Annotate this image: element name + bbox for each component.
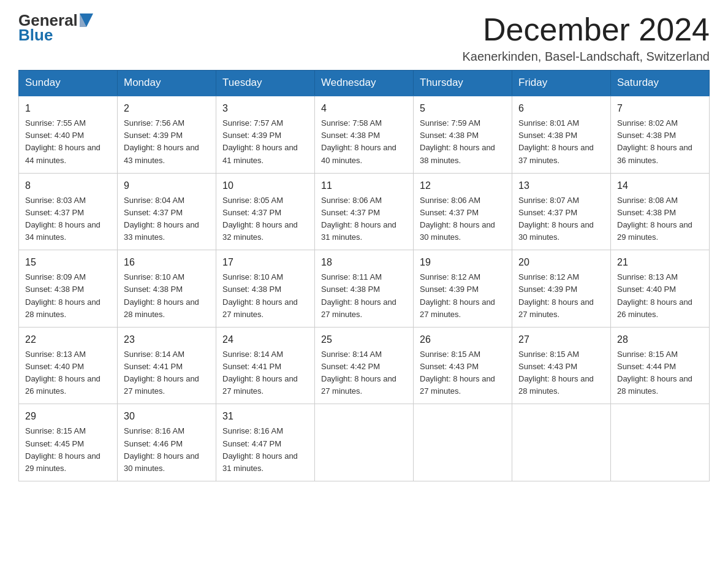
calendar-cell: 29Sunrise: 8:15 AMSunset: 4:45 PMDayligh… bbox=[19, 404, 118, 481]
calendar-table: SundayMondayTuesdayWednesdayThursdayFrid… bbox=[18, 70, 710, 481]
day-number: 22 bbox=[25, 332, 111, 347]
calendar-cell: 15Sunrise: 8:09 AMSunset: 4:38 PMDayligh… bbox=[19, 250, 118, 327]
column-header-tuesday: Tuesday bbox=[216, 71, 315, 96]
day-info: Sunrise: 8:13 AMSunset: 4:40 PMDaylight:… bbox=[617, 271, 703, 321]
day-info: Sunrise: 7:57 AMSunset: 4:39 PMDaylight:… bbox=[222, 117, 308, 167]
day-number: 30 bbox=[124, 409, 210, 424]
calendar-cell: 9Sunrise: 8:04 AMSunset: 4:37 PMDaylight… bbox=[118, 173, 216, 250]
calendar-cell: 6Sunrise: 8:01 AMSunset: 4:38 PMDaylight… bbox=[512, 96, 611, 173]
day-number: 11 bbox=[321, 178, 407, 193]
day-info: Sunrise: 8:15 AMSunset: 4:44 PMDaylight:… bbox=[617, 348, 703, 398]
calendar-cell: 24Sunrise: 8:14 AMSunset: 4:41 PMDayligh… bbox=[216, 327, 315, 404]
day-number: 2 bbox=[124, 101, 210, 116]
title-section: December 2024 Kaenerkinden, Basel-Landsc… bbox=[462, 12, 710, 64]
day-number: 9 bbox=[124, 178, 210, 193]
column-header-saturday: Saturday bbox=[611, 71, 710, 96]
day-info: Sunrise: 8:12 AMSunset: 4:39 PMDaylight:… bbox=[420, 271, 506, 321]
calendar-week-row: 22Sunrise: 8:13 AMSunset: 4:40 PMDayligh… bbox=[19, 327, 710, 404]
day-info: Sunrise: 8:04 AMSunset: 4:37 PMDaylight:… bbox=[124, 194, 210, 244]
calendar-cell: 3Sunrise: 7:57 AMSunset: 4:39 PMDaylight… bbox=[216, 96, 315, 173]
calendar-cell bbox=[512, 404, 611, 481]
calendar-cell: 23Sunrise: 8:14 AMSunset: 4:41 PMDayligh… bbox=[118, 327, 216, 404]
calendar-cell: 16Sunrise: 8:10 AMSunset: 4:38 PMDayligh… bbox=[118, 250, 216, 327]
column-header-sunday: Sunday bbox=[19, 71, 118, 96]
day-info: Sunrise: 8:15 AMSunset: 4:45 PMDaylight:… bbox=[25, 425, 111, 475]
month-title: December 2024 bbox=[462, 12, 710, 47]
calendar-week-row: 1Sunrise: 7:55 AMSunset: 4:40 PMDaylight… bbox=[19, 96, 710, 173]
calendar-cell: 21Sunrise: 8:13 AMSunset: 4:40 PMDayligh… bbox=[611, 250, 710, 327]
day-number: 16 bbox=[124, 255, 210, 270]
day-number: 8 bbox=[25, 178, 111, 193]
column-header-thursday: Thursday bbox=[414, 71, 512, 96]
calendar-cell: 10Sunrise: 8:05 AMSunset: 4:37 PMDayligh… bbox=[216, 173, 315, 250]
page-header: General Blue December 2024 Kaenerkinden,… bbox=[18, 12, 710, 64]
calendar-cell: 7Sunrise: 8:02 AMSunset: 4:38 PMDaylight… bbox=[611, 96, 710, 173]
location-subtitle: Kaenerkinden, Basel-Landschaft, Switzerl… bbox=[462, 50, 710, 64]
day-info: Sunrise: 8:15 AMSunset: 4:43 PMDaylight:… bbox=[518, 348, 604, 398]
day-number: 31 bbox=[222, 409, 308, 424]
day-info: Sunrise: 8:16 AMSunset: 4:47 PMDaylight:… bbox=[222, 425, 308, 475]
calendar-cell: 8Sunrise: 8:03 AMSunset: 4:37 PMDaylight… bbox=[19, 173, 118, 250]
day-info: Sunrise: 8:14 AMSunset: 4:42 PMDaylight:… bbox=[321, 348, 407, 398]
day-number: 18 bbox=[321, 255, 407, 270]
day-number: 15 bbox=[25, 255, 111, 270]
day-number: 12 bbox=[420, 178, 506, 193]
calendar-cell: 11Sunrise: 8:06 AMSunset: 4:37 PMDayligh… bbox=[315, 173, 414, 250]
day-info: Sunrise: 8:06 AMSunset: 4:37 PMDaylight:… bbox=[321, 194, 407, 244]
day-number: 17 bbox=[222, 255, 308, 270]
calendar-cell: 25Sunrise: 8:14 AMSunset: 4:42 PMDayligh… bbox=[315, 327, 414, 404]
day-number: 25 bbox=[321, 332, 407, 347]
day-number: 26 bbox=[420, 332, 506, 347]
calendar-cell: 4Sunrise: 7:58 AMSunset: 4:38 PMDaylight… bbox=[315, 96, 414, 173]
calendar-cell: 31Sunrise: 8:16 AMSunset: 4:47 PMDayligh… bbox=[216, 404, 315, 481]
calendar-cell: 5Sunrise: 7:59 AMSunset: 4:38 PMDaylight… bbox=[414, 96, 512, 173]
calendar-cell: 22Sunrise: 8:13 AMSunset: 4:40 PMDayligh… bbox=[19, 327, 118, 404]
day-info: Sunrise: 7:59 AMSunset: 4:38 PMDaylight:… bbox=[420, 117, 506, 167]
day-info: Sunrise: 8:11 AMSunset: 4:38 PMDaylight:… bbox=[321, 271, 407, 321]
calendar-cell: 2Sunrise: 7:56 AMSunset: 4:39 PMDaylight… bbox=[118, 96, 216, 173]
day-info: Sunrise: 8:14 AMSunset: 4:41 PMDaylight:… bbox=[222, 348, 308, 398]
column-header-friday: Friday bbox=[512, 71, 611, 96]
day-info: Sunrise: 8:05 AMSunset: 4:37 PMDaylight:… bbox=[222, 194, 308, 244]
calendar-cell bbox=[414, 404, 512, 481]
calendar-cell: 1Sunrise: 7:55 AMSunset: 4:40 PMDaylight… bbox=[19, 96, 118, 173]
day-info: Sunrise: 7:55 AMSunset: 4:40 PMDaylight:… bbox=[25, 117, 111, 167]
day-info: Sunrise: 8:03 AMSunset: 4:37 PMDaylight:… bbox=[25, 194, 111, 244]
day-number: 5 bbox=[420, 101, 506, 116]
day-number: 7 bbox=[617, 101, 703, 116]
calendar-cell: 12Sunrise: 8:06 AMSunset: 4:37 PMDayligh… bbox=[414, 173, 512, 250]
day-number: 13 bbox=[518, 178, 604, 193]
calendar-cell: 26Sunrise: 8:15 AMSunset: 4:43 PMDayligh… bbox=[414, 327, 512, 404]
day-info: Sunrise: 8:06 AMSunset: 4:37 PMDaylight:… bbox=[420, 194, 506, 244]
column-header-monday: Monday bbox=[118, 71, 216, 96]
day-info: Sunrise: 8:10 AMSunset: 4:38 PMDaylight:… bbox=[222, 271, 308, 321]
calendar-week-row: 29Sunrise: 8:15 AMSunset: 4:45 PMDayligh… bbox=[19, 404, 710, 481]
calendar-cell: 14Sunrise: 8:08 AMSunset: 4:38 PMDayligh… bbox=[611, 173, 710, 250]
calendar-cell: 19Sunrise: 8:12 AMSunset: 4:39 PMDayligh… bbox=[414, 250, 512, 327]
calendar-cell bbox=[315, 404, 414, 481]
day-number: 6 bbox=[518, 101, 604, 116]
calendar-cell: 17Sunrise: 8:10 AMSunset: 4:38 PMDayligh… bbox=[216, 250, 315, 327]
day-number: 29 bbox=[25, 409, 111, 424]
calendar-cell: 13Sunrise: 8:07 AMSunset: 4:37 PMDayligh… bbox=[512, 173, 611, 250]
calendar-cell: 28Sunrise: 8:15 AMSunset: 4:44 PMDayligh… bbox=[611, 327, 710, 404]
day-number: 3 bbox=[222, 101, 308, 116]
calendar-cell: 30Sunrise: 8:16 AMSunset: 4:46 PMDayligh… bbox=[118, 404, 216, 481]
day-info: Sunrise: 7:58 AMSunset: 4:38 PMDaylight:… bbox=[321, 117, 407, 167]
day-info: Sunrise: 8:08 AMSunset: 4:38 PMDaylight:… bbox=[617, 194, 703, 244]
day-number: 21 bbox=[617, 255, 703, 270]
day-number: 1 bbox=[25, 101, 111, 116]
day-info: Sunrise: 8:01 AMSunset: 4:38 PMDaylight:… bbox=[518, 117, 604, 167]
day-number: 10 bbox=[222, 178, 308, 193]
logo: General Blue bbox=[18, 12, 93, 43]
calendar-week-row: 15Sunrise: 8:09 AMSunset: 4:38 PMDayligh… bbox=[19, 250, 710, 327]
day-number: 20 bbox=[518, 255, 604, 270]
day-info: Sunrise: 8:14 AMSunset: 4:41 PMDaylight:… bbox=[124, 348, 210, 398]
day-number: 24 bbox=[222, 332, 308, 347]
day-info: Sunrise: 8:02 AMSunset: 4:38 PMDaylight:… bbox=[617, 117, 703, 167]
day-number: 19 bbox=[420, 255, 506, 270]
day-number: 27 bbox=[518, 332, 604, 347]
day-info: Sunrise: 8:13 AMSunset: 4:40 PMDaylight:… bbox=[25, 348, 111, 398]
day-info: Sunrise: 8:09 AMSunset: 4:38 PMDaylight:… bbox=[25, 271, 111, 321]
day-info: Sunrise: 8:12 AMSunset: 4:39 PMDaylight:… bbox=[518, 271, 604, 321]
